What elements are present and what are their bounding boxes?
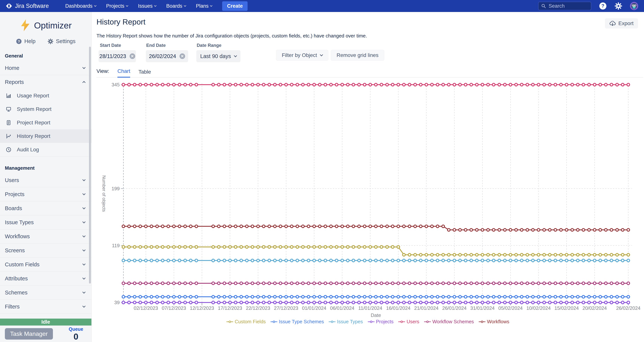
export-button[interactable]: Export — [605, 18, 638, 29]
gear-icon[interactable] — [614, 2, 622, 10]
sidebar-item-history-report[interactable]: History Report — [0, 129, 92, 143]
sidebar-item-workflows[interactable]: Workflows — [0, 229, 92, 243]
view-label: View: — [96, 68, 109, 77]
chart-area: 39119199345Number of objects02/12/202307… — [97, 81, 644, 322]
line-chart-icon — [6, 133, 12, 139]
user-avatar[interactable] — [630, 2, 638, 10]
section-heading-management: Management — [0, 165, 92, 171]
search-input[interactable] — [548, 3, 583, 9]
sidebar-item-boards[interactable]: Boards — [0, 201, 92, 215]
legend-marker-icon — [398, 320, 405, 323]
chevron-down-icon — [82, 220, 86, 223]
svg-text:20/02/2024: 20/02/2024 — [582, 305, 607, 311]
series-custom-fields — [122, 246, 630, 256]
chevron-down-icon — [82, 234, 86, 238]
svg-text:199: 199 — [112, 186, 120, 192]
legend-marker-icon — [424, 320, 431, 323]
end-date-label: End Date — [146, 43, 166, 48]
create-button[interactable]: Create — [222, 1, 248, 11]
sidebar-help-link[interactable]: ? Help — [16, 38, 36, 44]
sidebar-item-audit-log[interactable]: Audit Log — [0, 143, 92, 156]
legend-item-projects[interactable]: Projects — [368, 319, 394, 324]
svg-text:17/12/2023: 17/12/2023 — [218, 305, 242, 311]
sidebar-settings-link[interactable]: Settings — [48, 38, 76, 44]
page-description: The History Report shows how the number … — [96, 33, 367, 39]
date-range-label: Date Range — [197, 43, 222, 48]
legend-item-issue-types[interactable]: Issue Types — [329, 319, 363, 324]
nav-item-boards[interactable]: Boards — [166, 3, 186, 9]
sidebar-scrollbar[interactable] — [89, 47, 91, 284]
clear-end-date-icon[interactable]: ✕ — [180, 53, 185, 59]
history-chart[interactable]: 39119199345Number of objects02/12/202307… — [97, 81, 644, 322]
legend-marker-icon — [368, 320, 374, 323]
remove-grid-lines-button[interactable]: Remove grid lines — [331, 50, 384, 61]
x-axis: 02/12/202307/12/202312/12/202317/12/2023… — [134, 302, 640, 318]
chevron-down-icon — [82, 276, 86, 280]
optimizer-sidebar: Optimizer ? Help Settings General Home R… — [0, 12, 92, 342]
legend-item-issue-type-schemes[interactable]: Issue Type Schemes — [270, 319, 324, 324]
chevron-up-icon — [82, 81, 86, 84]
sidebar-item-schemes[interactable]: Schemes — [0, 286, 92, 299]
navbar-right: ? — [538, 2, 638, 10]
chevron-down-icon — [82, 192, 86, 195]
monitor-icon — [6, 106, 12, 112]
nav-item-dashboards[interactable]: Dashboards — [65, 3, 96, 9]
svg-text:21/01/2024: 21/01/2024 — [414, 305, 438, 311]
legend-item-custom-fields[interactable]: Custom Fields — [226, 319, 266, 324]
clear-start-date-icon[interactable]: ✕ — [130, 53, 135, 59]
chevron-down-icon — [82, 66, 86, 69]
date-range-select[interactable]: Last 90 days — [196, 50, 240, 62]
start-date-input[interactable]: 28/11/2023 ✕ — [98, 50, 136, 62]
optimizer-logo: Optimizer — [0, 19, 92, 32]
svg-text:05/02/2024: 05/02/2024 — [498, 305, 523, 311]
end-date-input[interactable]: 26/02/2024 ✕ — [146, 50, 188, 62]
sidebar-item-projects[interactable]: Projects — [0, 187, 92, 201]
svg-text:16/01/2024: 16/01/2024 — [386, 305, 410, 311]
sidebar-item-screens[interactable]: Screens — [0, 244, 92, 257]
legend-marker-icon — [270, 320, 277, 323]
sidebar-item-usage-report[interactable]: Usage Report — [0, 89, 92, 102]
jira-logo-icon — [6, 3, 12, 9]
status-badge: Idle — [0, 318, 92, 325]
help-icon[interactable]: ? — [599, 2, 607, 10]
sidebar-item-attributes[interactable]: Attributes — [0, 272, 92, 285]
sidebar-item-project-report[interactable]: Project Report — [0, 116, 92, 129]
svg-text:26/01/2024: 26/01/2024 — [442, 305, 466, 311]
series-projects — [122, 301, 630, 304]
chevron-down-icon — [82, 248, 86, 252]
legend-item-users[interactable]: Users — [398, 319, 419, 324]
queue-counter: Queue 0 — [69, 327, 83, 341]
sidebar-item-filters[interactable]: Filters — [0, 300, 92, 313]
legend-item-workflow-schemes[interactable]: Workflow Schemes — [424, 319, 474, 324]
svg-text:345: 345 — [112, 82, 120, 87]
tab-chart[interactable]: Chart — [118, 68, 130, 78]
sidebar-item-issue-types[interactable]: Issue Types — [0, 215, 92, 229]
tab-table[interactable]: Table — [138, 69, 151, 78]
sidebar-item-system-report[interactable]: System Report — [0, 102, 92, 116]
nav-item-projects[interactable]: Projects — [106, 3, 128, 9]
sidebar-item-reports[interactable]: Reports — [0, 75, 92, 89]
legend-item-workflows[interactable]: Workflows — [479, 319, 509, 324]
task-manager-button[interactable]: Task Manager — [5, 328, 53, 339]
sidebar-item-users[interactable]: Users — [0, 173, 92, 187]
chevron-down-icon — [126, 4, 128, 7]
legend-marker-icon — [479, 320, 486, 323]
global-search[interactable] — [538, 2, 591, 10]
nav-item-plans[interactable]: Plans — [196, 3, 212, 9]
svg-text:31/01/2024: 31/01/2024 — [470, 305, 494, 311]
series-workflows — [122, 225, 630, 231]
svg-text:10/02/2024: 10/02/2024 — [526, 305, 551, 311]
chevron-down-icon — [82, 304, 86, 308]
chevron-down-icon — [154, 4, 156, 7]
nav-item-issues[interactable]: Issues — [138, 3, 156, 9]
sidebar-item-custom-fields[interactable]: Custom Fields — [0, 258, 92, 271]
jira-brand[interactable]: Jira Software — [6, 3, 49, 9]
chevron-down-icon — [210, 4, 212, 7]
section-heading-general: General — [0, 53, 92, 59]
x-axis-title: Date — [371, 312, 381, 318]
sidebar-item-home[interactable]: Home — [0, 61, 92, 75]
filter-by-object-button[interactable]: Filter by Object — [276, 50, 328, 61]
chevron-down-icon — [184, 4, 186, 7]
sidebar-footer: Idle Task Manager Queue 0 — [0, 318, 92, 342]
chevron-down-icon — [320, 53, 323, 56]
